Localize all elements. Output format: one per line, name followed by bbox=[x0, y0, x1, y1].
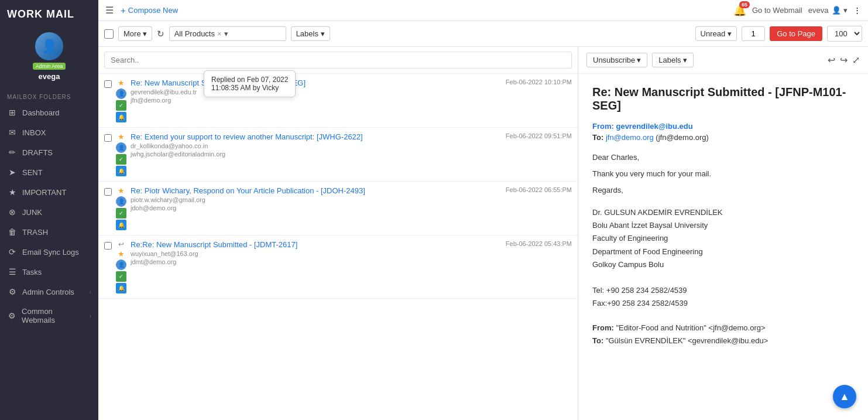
sidebar-item-sent[interactable]: ➤ SENT bbox=[0, 162, 98, 182]
main-content: ☰ + Compose New 🔔 65 Go to Webmail eveva… bbox=[98, 0, 868, 420]
preview-to-label: To: bbox=[592, 133, 603, 142]
select-all-checkbox[interactable] bbox=[104, 29, 114, 39]
toolbar-right: Unread ▾ Go to Page 100 bbox=[695, 26, 862, 42]
email-date: Feb-06-2022 10:10:PM bbox=[506, 78, 572, 86]
preview-labels-button[interactable]: Labels ▾ bbox=[652, 53, 693, 67]
forward-button[interactable]: ↪ bbox=[840, 54, 848, 66]
sidebar-item-tasks[interactable]: ☰ Tasks bbox=[0, 262, 98, 282]
preview-body: Dear Charles, Thank you very much for yo… bbox=[592, 151, 854, 197]
user-dropdown-icon: 👤 ▾ bbox=[832, 6, 848, 15]
email-content: Re: Piotr Wichary, Respond on Your Artic… bbox=[131, 186, 502, 211]
user-menu[interactable]: eveva 👤 ▾ bbox=[808, 6, 848, 15]
preview-to-email[interactable]: jfn@demo.org bbox=[606, 133, 654, 142]
email-checkbox[interactable] bbox=[104, 188, 112, 196]
sidebar-item-label: Admin Controls bbox=[22, 288, 74, 296]
star-icon[interactable]: ★ bbox=[118, 132, 125, 141]
email-to: jdoh@demo.org bbox=[131, 204, 502, 211]
labels-button[interactable]: Labels ▾ bbox=[291, 26, 330, 41]
unsubscribe-button[interactable]: Unsubscribe ▾ bbox=[586, 53, 647, 67]
sidebar-item-inbox[interactable]: ✉ INBOX bbox=[0, 122, 98, 142]
star-icon[interactable]: ★ bbox=[118, 250, 125, 258]
sidebar-item-dashboard[interactable]: ⊞ Dashboard bbox=[0, 103, 98, 122]
notification-badge: 65 bbox=[739, 1, 750, 8]
search-input[interactable] bbox=[104, 52, 572, 69]
product-filter[interactable]: All Products × ▾ bbox=[169, 26, 286, 41]
preview-toolbar: Unsubscribe ▾ Labels ▾ ↩ ↪ ⤢ bbox=[578, 47, 868, 74]
footer-to-label: To: bbox=[592, 336, 603, 345]
email-content: Re:Re: New Manuscript Submitted - [JDMT-… bbox=[131, 240, 502, 265]
go-to-page-button[interactable]: Go to Page bbox=[770, 26, 822, 41]
email-subject: Re:Re: New Manuscript Submitted - [JDMT-… bbox=[131, 240, 502, 249]
unread-chevron-icon: ▾ bbox=[728, 29, 732, 38]
preview-labels-label: Labels bbox=[658, 56, 681, 64]
sig-line3: Faculty of Engineering bbox=[592, 232, 854, 245]
preview-from-email: gevrendilek@ibu.edu bbox=[616, 122, 692, 131]
email-from: gevrendilek@ibu.edu.tr bbox=[131, 88, 502, 95]
sidebar-username: evega bbox=[39, 72, 60, 81]
email-icons-col: ★ 👤 ✓ 🔔 bbox=[115, 132, 127, 176]
sidebar-item-label: Tasks bbox=[22, 268, 42, 276]
sidebar-item-email-sync-logs[interactable]: ⟳ Email Sync Logs bbox=[0, 242, 98, 262]
filter-dropdown-icon[interactable]: ▾ bbox=[224, 29, 228, 38]
email-date: Feb-06-2022 06:55:PM bbox=[506, 186, 572, 193]
page-number-input[interactable] bbox=[742, 26, 765, 41]
email-subject: Re: New Manuscript Submitted - [JFNP-M10… bbox=[131, 78, 502, 87]
important-icon: ★ bbox=[7, 187, 18, 197]
sent-icon: ➤ bbox=[7, 168, 18, 177]
preview-from: From: gevrendilek@ibu.edu bbox=[592, 122, 854, 131]
email-from: wuyixuan_het@163.org bbox=[131, 250, 502, 257]
more-options-icon[interactable]: ⋮ bbox=[853, 6, 861, 15]
notification-button[interactable]: 🔔 65 bbox=[733, 4, 746, 17]
sidebar-item-drafts[interactable]: ✏ DRAFTS bbox=[0, 142, 98, 162]
compose-label: Compose New bbox=[128, 6, 178, 15]
sidebar-item-label: INBOX bbox=[22, 128, 46, 137]
reply-button[interactable]: ↩ bbox=[828, 54, 835, 66]
email-checkbox[interactable] bbox=[104, 242, 112, 250]
tasks-icon: ☰ bbox=[7, 267, 18, 276]
star-icon[interactable]: ★ bbox=[118, 78, 125, 87]
sidebar-item-label: TRASH bbox=[22, 228, 48, 237]
expand-button[interactable]: ⤢ bbox=[852, 54, 860, 66]
per-page-select[interactable]: 100 bbox=[827, 26, 862, 42]
email-sync-icon: ⟳ bbox=[7, 247, 18, 257]
body-line3: Regards, bbox=[592, 184, 854, 197]
preview-to-email-paren: (jfn@demo.org) bbox=[656, 133, 709, 142]
email-to: jwhg.jscholar@editorialadmin.org bbox=[131, 151, 502, 158]
product-filter-value: All Products bbox=[174, 29, 215, 38]
list-item[interactable]: ↩ ★ 👤 ✓ 🔔 Re:Re: New Manuscript Submitte… bbox=[98, 235, 578, 299]
sidebar-item-trash[interactable]: 🗑 TRASH bbox=[0, 222, 98, 242]
sidebar-item-label: Dashboard bbox=[22, 108, 60, 117]
sidebar-item-junk[interactable]: ⊗ JUNK bbox=[0, 202, 98, 222]
sig-line1: Dr. GULSUN AKDEMİR EVRENDİLEK bbox=[592, 206, 854, 219]
sidebar-item-admin-controls[interactable]: ⚙ Admin Controls › bbox=[0, 282, 98, 302]
email-checkbox[interactable] bbox=[104, 80, 112, 88]
labels-label: Labels bbox=[296, 29, 318, 38]
webmail-link[interactable]: Go to Webmail bbox=[752, 6, 802, 15]
unread-filter[interactable]: Unread ▾ bbox=[695, 26, 737, 41]
email-date: Feb-06-2022 09:51:PM bbox=[506, 132, 572, 139]
sidebar-item-label: Email Sync Logs bbox=[22, 248, 79, 257]
drafts-icon: ✏ bbox=[7, 148, 18, 157]
email-content: Re: Extend your support to review anothe… bbox=[131, 132, 502, 158]
email-from: piotr.w.wichary@gmail.org bbox=[131, 196, 502, 203]
unsubscribe-label: Unsubscribe bbox=[593, 56, 635, 64]
sidebar-item-common-webmails[interactable]: ⚙ Common Webmails › bbox=[0, 302, 98, 330]
email-content: Re: New Manuscript Submitted - [JFNP-M10… bbox=[131, 78, 502, 104]
email-subject: Re: Extend your support to review anothe… bbox=[131, 132, 502, 141]
hamburger-icon[interactable]: ☰ bbox=[105, 5, 114, 16]
refresh-button[interactable]: ↻ bbox=[157, 29, 164, 39]
tooltip-container: Replied on Feb 07, 2022 11:08:35 AM by V… bbox=[204, 70, 296, 97]
more-button[interactable]: More ▾ bbox=[118, 26, 152, 41]
list-item[interactable]: ★ 👤 ✓ 🔔 Re: Piotr Wichary, Respond on Yo… bbox=[98, 182, 578, 235]
scroll-to-top-button[interactable]: ▲ bbox=[833, 385, 856, 408]
compose-new-button[interactable]: + Compose New bbox=[121, 5, 178, 15]
star-icon[interactable]: ★ bbox=[118, 186, 125, 195]
sidebar-item-important[interactable]: ★ IMPORTANT bbox=[0, 182, 98, 202]
email-checkbox[interactable] bbox=[104, 134, 112, 142]
sidebar: WORK MAIL 👤 Admin Area evega Mailbox Fol… bbox=[0, 0, 98, 420]
mailbox-folders-label: Mailbox Folders bbox=[0, 89, 98, 103]
list-item[interactable]: ★ 👤 ✓ 🔔 Re: New Manuscript Submitted - [… bbox=[98, 74, 578, 128]
list-item[interactable]: ★ 👤 ✓ 🔔 Re: Extend your support to revie… bbox=[98, 128, 578, 182]
more-label: More bbox=[123, 29, 141, 38]
filter-clear-icon[interactable]: × bbox=[217, 29, 222, 38]
